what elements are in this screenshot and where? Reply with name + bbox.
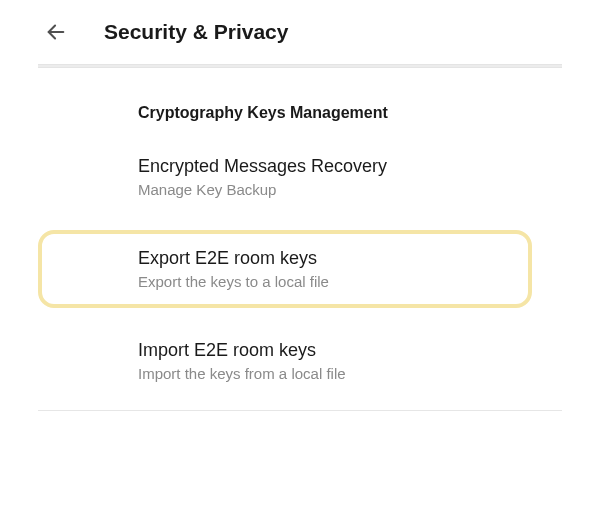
header-bar: Security & Privacy	[0, 0, 600, 64]
spacer	[38, 308, 562, 326]
item-title: Encrypted Messages Recovery	[138, 156, 542, 177]
encrypted-messages-recovery-item[interactable]: Encrypted Messages Recovery Manage Key B…	[38, 142, 562, 212]
bottom-divider	[38, 410, 562, 411]
back-arrow-icon[interactable]	[42, 18, 70, 46]
export-e2e-keys-item[interactable]: Export E2E room keys Export the keys to …	[38, 230, 532, 308]
item-subtitle: Import the keys from a local file	[138, 365, 542, 382]
item-title: Import E2E room keys	[138, 340, 542, 361]
item-subtitle: Manage Key Backup	[138, 181, 542, 198]
item-title: Export E2E room keys	[138, 248, 508, 269]
spacer	[38, 212, 562, 230]
import-e2e-keys-item[interactable]: Import E2E room keys Import the keys fro…	[38, 326, 562, 396]
section-heading: Cryptography Keys Management	[38, 68, 562, 142]
item-subtitle: Export the keys to a local file	[138, 273, 508, 290]
page-title: Security & Privacy	[104, 20, 288, 44]
crypto-keys-section: Cryptography Keys Management Encrypted M…	[0, 68, 600, 396]
